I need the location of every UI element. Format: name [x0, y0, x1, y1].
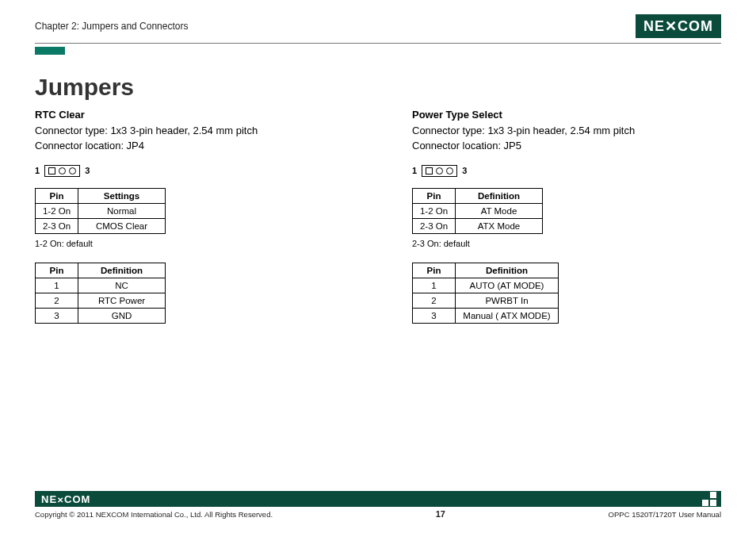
circle-pin-icon [59, 167, 66, 174]
th-settings: Settings [78, 188, 166, 203]
col-power-type: Power Type Select Connector type: 1x3 3-… [412, 109, 705, 328]
power-pin-diagram: 1 3 [412, 165, 705, 177]
square-pin-icon [48, 167, 55, 174]
th-pin: Pin [36, 188, 78, 203]
cell: NC [78, 278, 166, 293]
page-title: Jumpers [35, 74, 721, 101]
col-rtc-clear: RTC Clear Connector type: 1x3 3-pin head… [35, 109, 328, 328]
cell: 2-3 On [413, 218, 456, 233]
power-settings-table: Pin Definition 1-2 On AT Mode 2-3 On ATX… [412, 188, 543, 234]
footer-logo: NE✕COM [41, 493, 90, 505]
th-def: Definition [78, 263, 166, 278]
cell: CMOS Clear [78, 218, 166, 233]
footer-line: Copyright © 2011 NEXCOM International Co… [35, 509, 721, 519]
cell: RTC Power [78, 293, 166, 308]
square-pin-icon [426, 167, 433, 174]
cell: 2 [36, 293, 78, 308]
cell: 2 [413, 293, 456, 308]
cell: 2-3 On [36, 218, 78, 233]
cell: 1 [413, 278, 456, 293]
chapter-label: Chapter 2: Jumpers and Connectors [35, 21, 188, 32]
pin-label-3: 3 [85, 166, 90, 175]
cell: ATX Mode [456, 218, 543, 233]
cell: 3 [413, 308, 456, 323]
rtc-heading: RTC Clear [35, 109, 328, 121]
table-row: 2-3 On CMOS Clear [36, 218, 166, 233]
th-def: Definition [456, 188, 543, 203]
doc-title: OPPC 1520T/1720T User Manual [609, 510, 721, 519]
green-tab [35, 47, 65, 55]
circle-pin-icon [436, 167, 443, 174]
footer-squares-icon [702, 492, 716, 506]
table-row: 1-2 On Normal [36, 203, 166, 218]
power-heading: Power Type Select [412, 109, 705, 121]
cell: Manual ( ATX MODE) [456, 308, 559, 323]
cell: Normal [78, 203, 166, 218]
power-conn-loc: Connector location: JP5 [412, 140, 521, 151]
rtc-conn-loc: Connector location: JP4 [35, 140, 144, 151]
table-row: 1 AUTO (AT MODE) [413, 278, 559, 293]
header-bar: Chapter 2: Jumpers and Connectors NE✕COM [35, 14, 721, 38]
content-columns: RTC Clear Connector type: 1x3 3-pin head… [35, 109, 721, 328]
power-def-table: Pin Definition 1 AUTO (AT MODE) 2 PWRBT … [412, 263, 559, 324]
cell: AT Mode [456, 203, 543, 218]
circle-pin-icon [446, 167, 453, 174]
table-row: 3 Manual ( ATX MODE) [413, 308, 559, 323]
table-row: Pin Definition [36, 263, 166, 278]
table-row: 3 GND [36, 308, 166, 323]
cell: GND [78, 308, 166, 323]
power-default-note: 2-3 On: default [412, 239, 705, 248]
power-desc: Connector type: 1x3 3-pin header, 2.54 m… [412, 124, 705, 154]
table-row: Pin Definition [413, 188, 543, 203]
cell: 1-2 On [413, 203, 456, 218]
top-divider [35, 43, 721, 44]
table-row: 2-3 On ATX Mode [413, 218, 543, 233]
rtc-pin-diagram: 1 3 [35, 165, 328, 177]
cell: PWRBT In [456, 293, 559, 308]
footer: NE✕COM Copyright © 2011 NEXCOM Internati… [35, 491, 721, 519]
table-row: 1-2 On AT Mode [413, 203, 543, 218]
th-pin: Pin [413, 263, 456, 278]
nexcom-logo: NE✕COM [636, 14, 721, 38]
page-number: 17 [436, 509, 445, 519]
pin-label-3: 3 [462, 166, 467, 175]
power-conn-type: Connector type: 1x3 3-pin header, 2.54 m… [412, 125, 635, 136]
rtc-def-table: Pin Definition 1 NC 2 RTC Power 3 GND [35, 263, 166, 324]
table-row: Pin Settings [36, 188, 166, 203]
rtc-default-note: 1-2 On: default [35, 239, 328, 248]
cell: 3 [36, 308, 78, 323]
cell: AUTO (AT MODE) [456, 278, 559, 293]
pin-box-icon [44, 165, 80, 177]
footer-bar: NE✕COM [35, 491, 721, 507]
table-row: 2 PWRBT In [413, 293, 559, 308]
cell: 1-2 On [36, 203, 78, 218]
th-pin: Pin [36, 263, 78, 278]
pin-box-icon [422, 165, 457, 177]
rtc-desc: Connector type: 1x3 3-pin header, 2.54 m… [35, 124, 328, 154]
table-row: 2 RTC Power [36, 293, 166, 308]
th-pin: Pin [413, 188, 456, 203]
th-def: Definition [456, 263, 559, 278]
rtc-conn-type: Connector type: 1x3 3-pin header, 2.54 m… [35, 125, 258, 136]
table-row: 1 NC [36, 278, 166, 293]
rtc-settings-table: Pin Settings 1-2 On Normal 2-3 On CMOS C… [35, 188, 166, 234]
logo-top: NE✕COM [636, 14, 721, 38]
pin-label-1: 1 [412, 166, 417, 175]
cell: 1 [36, 278, 78, 293]
pin-label-1: 1 [35, 166, 40, 175]
copyright: Copyright © 2011 NEXCOM International Co… [35, 510, 273, 519]
table-row: Pin Definition [413, 263, 559, 278]
circle-pin-icon [69, 167, 76, 174]
